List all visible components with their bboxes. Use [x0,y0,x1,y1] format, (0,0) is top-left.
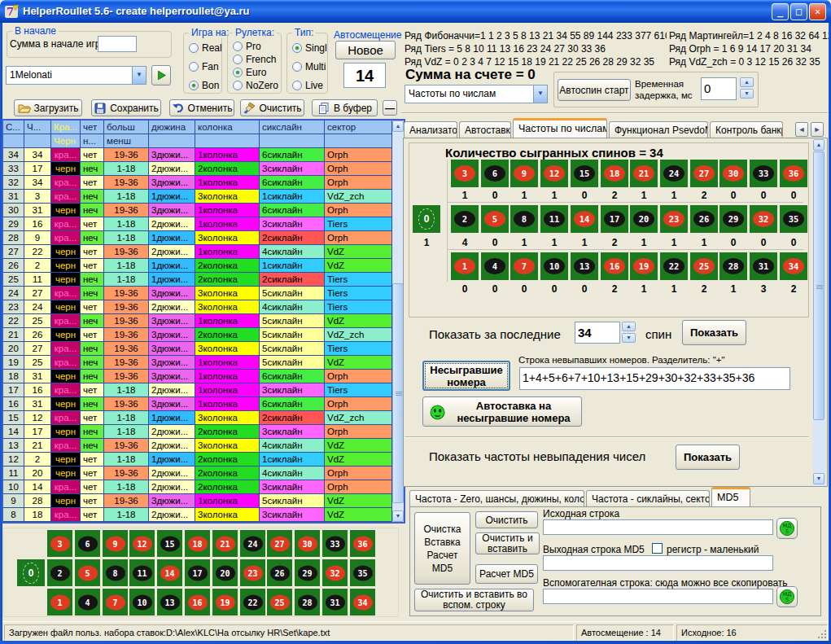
clear-button[interactable]: Очистить [240,99,304,116]
spinner-up-icon[interactable]: ▲ [740,77,754,87]
board-number-cell[interactable]: 18 [185,530,210,557]
radio-real[interactable]: Real [189,42,222,54]
save-button[interactable]: Сохранить [91,99,161,116]
board-number-cell[interactable]: 4 [75,589,100,616]
board-number-cell[interactable]: 36 [350,530,375,557]
board-number-cell[interactable]: 31 [322,589,348,616]
board-number-cell[interactable]: 13 [157,589,182,616]
history-row[interactable]: 1512кра...чет1-181дюжи...3колонка2сиклай… [3,411,392,425]
board-number-cell[interactable]: 24 [240,530,265,557]
board-number-cell[interactable]: 22 [240,589,265,616]
tab-scroll-right-icon[interactable]: ► [811,122,824,137]
load-button[interactable]: Загрузить [14,99,82,116]
board-number-cell[interactable]: 16 [185,589,210,616]
undo-button[interactable]: Отменить [169,99,234,116]
show-last-spinner[interactable]: ▲ ▼ [622,322,636,343]
board-number-cell[interactable]: 21 [212,530,238,557]
spinner-up-icon[interactable]: ▲ [622,322,636,331]
board-number-cell[interactable]: 6 [75,530,100,557]
board-number-cell[interactable]: 32 [322,559,348,586]
mode-combobox[interactable]: Частоты по числам ▼ [405,85,548,103]
board-number-cell[interactable]: 14 [157,559,182,586]
tab-page-scrollbar[interactable]: ▲ ▼ [813,139,825,485]
history-row[interactable]: 1831черннеч19-363дюжи...1колонка6сиклайн… [3,370,392,383]
radio-singl[interactable]: Singl [292,42,327,54]
md5-clear-button[interactable]: Очистить [475,511,538,528]
history-row[interactable]: 2722чернчет19-362дюжи...1колонка4сиклайн… [3,245,392,259]
history-row[interactable]: 1925кра...неч19-363дюжи...1колонка5сикла… [3,356,392,370]
md5-run-button[interactable]: МД5 [776,518,798,539]
delay-input[interactable]: 0 [701,77,737,100]
missing-string-input[interactable]: 1+4+5+6+7+10+13+15+29+30+32+33+35+36 [519,367,790,390]
scrollbar-thumb[interactable] [392,283,404,503]
autoshift-new-button[interactable]: Новое [335,41,396,59]
tab-1[interactable]: Анализатор [404,121,457,138]
history-row[interactable]: 1716кра...чет1-182дюжи...1колонка3сиклай… [3,383,392,397]
board-number-cell[interactable]: 28 [295,589,320,616]
board-number-cell[interactable]: 8 [103,559,128,586]
collapse-button[interactable]: — [383,100,397,116]
history-row[interactable]: 3317черннеч1-182дюжи...2колонка3сиклайнO… [3,162,392,176]
show-last-button[interactable]: Показать [682,320,746,345]
scroll-down-icon[interactable]: ▼ [392,510,404,522]
tab-2[interactable]: Частота - сиклайны, сектора [586,490,710,507]
tab-4[interactable]: Функционал PsevdoMS [609,121,708,138]
md5-calc-button[interactable]: Расчет MD5 [475,564,538,584]
board-number-cell[interactable]: 27 [267,530,292,557]
board-number-cell[interactable]: 1 [47,589,72,616]
start-sum-input[interactable] [98,36,137,52]
radio-live[interactable]: Live [292,79,323,91]
history-row[interactable]: 2916кра...чет1-182дюжи...1колонка3сиклай… [3,217,392,231]
radio-euro[interactable]: Euro [233,66,266,78]
history-row[interactable]: 2027кра...неч19-363дюжи...3колонка5сикла… [3,342,392,356]
md5-clear-paste-button[interactable]: Очистить и вставить [475,532,540,554]
board-number-cell[interactable]: 2 [47,559,72,586]
scroll-up-icon[interactable]: ▲ [813,139,824,151]
md5-in-input[interactable] [543,519,773,535]
board-number-cell[interactable]: 25 [267,589,292,616]
resize-grip[interactable] [817,629,827,639]
board-number-cell[interactable]: 23 [240,559,265,586]
history-row[interactable]: 262чернчет1-181дюжи...2колонка1сиклайнVd… [3,259,392,273]
chevron-down-icon[interactable]: ▼ [533,85,547,103]
history-row[interactable]: 313кра...неч1-181дюжи...3колонка1сиклайн… [3,190,392,204]
history-row[interactable]: 289кра...неч1-181дюжи...3колонка2сиклайн… [3,231,392,245]
tab-3[interactable]: MD5 [711,487,750,507]
history-row[interactable]: 1120чернчет19-362дюжи...2колонка4сиклайн… [3,467,392,480]
missing-numbers-button[interactable]: Несыгравшие номера [422,361,510,391]
board-number-cell[interactable]: 34 [350,589,375,616]
scroll-up-icon[interactable]: ▲ [392,120,404,132]
md5-stack-button[interactable]: Очистка Вставка Расчет MD5 [414,512,470,585]
history-row[interactable]: 1417черннеч1-182дюжи...2колонка3сиклайнO… [3,425,392,439]
history-row[interactable]: 2324чернчет19-362дюжи...3колонка4сиклайн… [3,300,392,314]
spinner-down-icon[interactable]: ▼ [740,89,754,99]
board-number-cell[interactable]: 20 [212,559,238,586]
board-number-cell[interactable]: 17 [185,559,210,586]
tab-2[interactable]: Автоставки [459,121,511,138]
history-row[interactable]: 3031черннеч19-363дюжи...1колонка6сиклайн… [3,204,392,217]
close-button[interactable]: ✕ [809,3,826,20]
history-row[interactable]: 2126чернчет19-363дюжи...2колонка5сиклайн… [3,328,392,342]
history-row[interactable]: 3234кра...чет19-363дюжи...1колонка6сикла… [3,176,392,190]
history-row[interactable]: 1014кра...чет1-182дюжи...2колонка3сиклай… [3,480,392,494]
delay-spinner[interactable]: ▲ ▼ [740,77,754,99]
history-row[interactable]: 3434кра...чет19-363дюжи...1колонка6сикла… [3,148,392,162]
radio-bon[interactable]: Bon [189,79,219,91]
scroll-down-icon[interactable]: ▼ [813,473,824,484]
board-number-cell[interactable]: 15 [157,530,182,557]
board-number-cell[interactable]: 29 [295,559,320,586]
board-number-cell[interactable]: 35 [350,559,375,586]
md5-aux-input[interactable] [543,589,773,604]
spinner-down-icon[interactable]: ▼ [622,333,636,343]
history-row[interactable]: 1321кра...неч19-362дюжи...3колонка4сикла… [3,439,392,453]
board-number-cell[interactable]: 10 [129,589,155,616]
scrollbar-thumb[interactable] [813,151,824,420]
radio-french[interactable]: French [233,53,276,65]
board-number-cell[interactable]: 3 [47,530,72,557]
history-row[interactable]: 2511черннеч1-181дюжи...2колонка2сиклайнT… [3,273,392,287]
history-row[interactable]: 928чернчет19-363дюжи...1колонка5сиклайнV… [3,494,392,508]
tab-5[interactable]: Контроль банкролла [710,121,783,138]
board-number-cell[interactable]: 9 [103,530,128,557]
tab-scroll-left-icon[interactable]: ◄ [795,122,808,137]
autobet-missing-button[interactable]: Автоставка на несыгравшие номера [422,396,582,427]
